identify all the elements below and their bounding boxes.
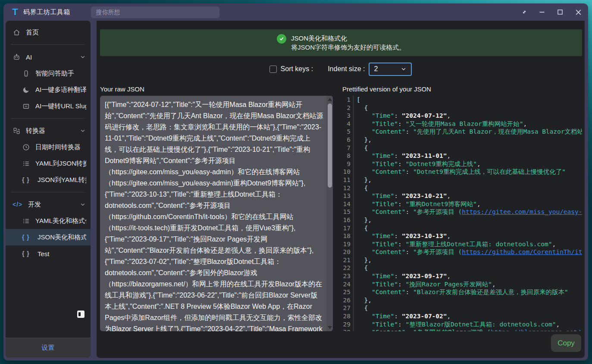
chevron-down-icon xyxy=(79,127,86,134)
line-number: 26 xyxy=(342,296,354,304)
code-line: 6 }, xyxy=(342,136,582,144)
minimize-icon[interactable] xyxy=(539,9,545,16)
sidebar-item-label: Test xyxy=(38,250,86,257)
app-window: T 码界工坊工具箱 首页AI智能问答助手AI一键多语种翻译AI一键转URL Sl… xyxy=(3,3,588,361)
code-line: 16 }, xyxy=(342,216,582,224)
sidebar-item[interactable]: { }JSON到YAML转换 xyxy=(6,172,91,188)
assistant-icon xyxy=(22,69,30,78)
sidebar-menu: 首页AI智能问答助手AI一键多语种翻译AI一键转URL Slug转换器日期时间转… xyxy=(6,24,91,337)
sidebar-item[interactable]: AI一键多语种翻译 xyxy=(6,82,91,98)
line-number: 10 xyxy=(342,168,354,176)
sidebar-item[interactable]: YAML到JSON转换 xyxy=(6,155,91,172)
code-line: 22 { xyxy=(342,264,582,272)
code-icon: </> xyxy=(13,201,23,208)
raw-json-label: Your raw JSON xyxy=(100,85,333,96)
chevron-down-icon xyxy=(401,66,407,72)
chevron-down-icon xyxy=(79,201,86,208)
line-number: 4 xyxy=(342,120,354,128)
maximize-icon[interactable] xyxy=(557,9,564,16)
chevron-down-icon xyxy=(79,53,86,60)
braces-icon: { } xyxy=(22,234,32,241)
indent-size-select[interactable]: 2 xyxy=(369,63,412,76)
url-slug-icon xyxy=(22,102,30,110)
code-line: 7 { xyxy=(342,144,582,152)
banner-title: JSON美化和格式化 xyxy=(291,34,405,43)
robot-icon xyxy=(13,53,21,61)
sidebar-divider xyxy=(11,118,85,119)
line-number: 14 xyxy=(342,200,354,208)
code-line: 12 { xyxy=(342,184,582,192)
raw-json-panel: Your raw JSON [{"Time":"2024-07-12","Tit… xyxy=(100,85,333,331)
sidebar-divider xyxy=(11,44,85,45)
code-line: 13 "Time": "2023-10-21", xyxy=(342,192,582,200)
sidebar-item-label: AI xyxy=(26,53,79,61)
sidebar-item-label: 开发 xyxy=(28,201,79,209)
code-line: 10 "Content": "Dotnet9重构完成上线，可以在此基础上慢慢优化… xyxy=(342,168,582,176)
pretty-code: 1[2 {3 "Time": "2024-07-12",4 "Title": "… xyxy=(342,96,582,331)
line-number: 20 xyxy=(342,248,354,256)
line-number: 8 xyxy=(342,152,354,160)
pretty-json-panel: Prettified version of your JSON 1[2 {3 "… xyxy=(342,85,582,331)
expand-icon[interactable] xyxy=(521,9,527,15)
clock-icon xyxy=(22,143,30,151)
line-number: 27 xyxy=(342,304,354,312)
sidebar-item[interactable]: </>开发 xyxy=(6,196,91,213)
copy-button[interactable]: Copy xyxy=(551,334,581,352)
sidebar-item[interactable]: { }JSON美化和格式化 xyxy=(6,229,91,245)
code-line: 21 }, xyxy=(342,256,582,264)
line-number: 23 xyxy=(342,272,354,280)
sidebar-item-label: YAML美化和格式化 xyxy=(35,217,86,225)
sidebar-item[interactable]: AI xyxy=(6,49,91,65)
line-number: 19 xyxy=(342,240,354,248)
sidebar-item[interactable]: 日期时间转换器 xyxy=(6,139,91,155)
code-line: 15 "Content": "参考开源项目 (https://gitee.com… xyxy=(342,208,582,216)
format-controls: Sort keys : Indent size : 2 xyxy=(97,62,585,76)
search-input[interactable] xyxy=(91,6,219,18)
code-line: 26 }, xyxy=(342,296,582,304)
code-line: 3 "Time": "2024-07-12", xyxy=(342,112,582,120)
code-line: 27 { xyxy=(342,304,582,312)
line-number: 3 xyxy=(342,112,354,120)
line-number: 24 xyxy=(342,280,354,289)
line-number: 7 xyxy=(342,144,354,152)
sidebar-item[interactable]: YAML美化和格式化 xyxy=(6,213,91,229)
sidebar-item[interactable]: 转换器 xyxy=(6,122,91,139)
settings-button[interactable]: 设置 xyxy=(42,344,55,352)
line-number: 30 xyxy=(342,328,354,331)
code-line: 1[ xyxy=(342,96,582,104)
scrollbar-thumb[interactable] xyxy=(328,104,332,188)
line-number: 15 xyxy=(342,208,354,216)
sidebar-item-label: JSON美化和格式化 xyxy=(38,233,86,242)
scroll-down-icon[interactable] xyxy=(326,324,333,331)
sort-keys-checkbox[interactable] xyxy=(269,66,277,73)
collapse-sidebar-icon[interactable] xyxy=(77,311,85,318)
sidebar-item-label: AI一键转URL Slug xyxy=(35,102,86,110)
braces-icon: { } xyxy=(22,176,32,183)
line-number: 29 xyxy=(342,320,354,329)
sidebar-item[interactable]: 智能问答助手 xyxy=(6,65,91,82)
sidebar-item[interactable]: AI一键转URL Slug xyxy=(6,98,91,114)
line-number: 28 xyxy=(342,312,354,320)
line-number: 18 xyxy=(342,232,354,240)
raw-json-textarea[interactable]: [{"Time":"2024-07-12","Title":"又一轮使用Masa… xyxy=(100,96,333,331)
close-icon[interactable] xyxy=(575,9,582,16)
sidebar-item-label: 日期时间转换器 xyxy=(35,143,86,151)
sidebar-item-label: 首页 xyxy=(26,28,86,37)
line-number: 12 xyxy=(342,184,354,192)
sort-keys-label: Sort keys : xyxy=(281,65,313,73)
sidebar-item[interactable]: 首页 xyxy=(6,24,91,41)
check-circle-icon xyxy=(277,34,286,44)
code-line: 18 "Time": "2023-10-13", xyxy=(342,232,582,240)
home-icon xyxy=(13,28,21,37)
scroll-up-icon[interactable] xyxy=(326,96,333,103)
scrollbar[interactable] xyxy=(326,96,333,331)
code-line: 24 "Title": "挽回Razor Pages开发网站", xyxy=(342,280,582,289)
line-number: 11 xyxy=(342,176,354,184)
code-line: 4 "Title": "又一轮使用Masa Blazor重构网站开始", xyxy=(342,120,582,128)
sidebar-item-label: YAML到JSON转换 xyxy=(35,160,86,168)
sidebar: 首页AI智能问答助手AI一键多语种翻译AI一键转URL Slug转换器日期时间转… xyxy=(6,21,91,358)
sidebar-item[interactable]: { }Test xyxy=(6,245,91,262)
sidebar-divider xyxy=(11,192,85,192)
sidebar-item-label: 智能问答助手 xyxy=(35,69,86,78)
success-banner: JSON美化和格式化 将JSON字符串修饰为友好的可读格式。 xyxy=(100,29,582,56)
